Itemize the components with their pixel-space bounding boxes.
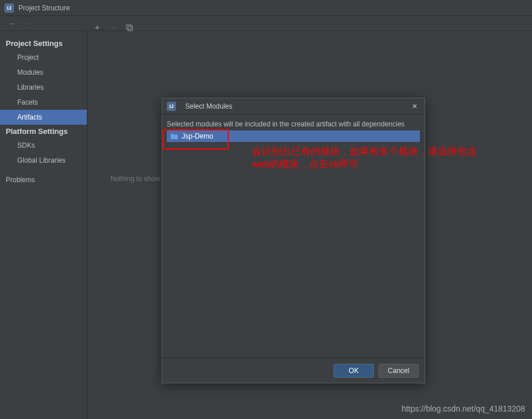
- section-header-platform-settings: Platform Settings: [0, 125, 87, 138]
- artifact-toolbar: ＋ －: [92, 21, 135, 34]
- sidebar-item-sdks[interactable]: SDKs: [0, 138, 87, 153]
- sidebar-item-problems[interactable]: Problems: [0, 172, 87, 187]
- titlebar: IJ Project Structure: [0, 0, 532, 16]
- svg-rect-0: [127, 25, 131, 29]
- nothing-to-show-label: Nothing to show: [110, 175, 160, 183]
- close-icon[interactable]: ✕: [409, 101, 420, 112]
- list-item[interactable]: Jsp-Demo: [167, 130, 420, 142]
- app-icon: IJ: [5, 3, 14, 13]
- dialog-footer: OK Cancel: [162, 358, 424, 383]
- project-structure-window: IJ Project Structure ← → Project Setting…: [0, 0, 532, 419]
- sidebar-item-libraries[interactable]: Libraries: [0, 80, 87, 95]
- back-arrow-icon[interactable]: ←: [6, 18, 18, 29]
- remove-icon[interactable]: －: [108, 22, 118, 33]
- sidebar-item-facets[interactable]: Facets: [0, 95, 87, 110]
- sidebar: Project Settings Project Modules Librari…: [0, 31, 87, 419]
- module-folder-icon: [170, 132, 178, 140]
- add-icon[interactable]: ＋: [92, 22, 102, 33]
- section-header-project-settings: Project Settings: [0, 37, 87, 50]
- dialog-hint: Selected modules will be included in the…: [167, 119, 420, 130]
- dialog-titlebar: IJ Select Modules ✕: [162, 98, 424, 114]
- copy-icon[interactable]: [124, 22, 135, 33]
- forward-arrow-icon[interactable]: →: [18, 18, 31, 29]
- ok-button[interactable]: OK: [334, 364, 374, 378]
- watermark: https://blog.csdn.net/qq_41813208: [401, 404, 525, 413]
- sidebar-item-modules[interactable]: Modules: [0, 65, 87, 80]
- module-label: Jsp-Demo: [182, 132, 213, 140]
- nav-row: ← →: [0, 16, 532, 31]
- dialog-title: Select Modules: [185, 102, 409, 110]
- sidebar-item-artifacts[interactable]: Artifacts: [0, 110, 87, 125]
- sidebar-item-project[interactable]: Project: [0, 50, 87, 65]
- svg-rect-1: [128, 26, 133, 31]
- window-title: Project Structure: [18, 4, 70, 12]
- dialog-body: Selected modules will be included in the…: [162, 114, 424, 358]
- cancel-button[interactable]: Cancel: [378, 364, 419, 378]
- dialog-app-icon: IJ: [167, 102, 176, 111]
- select-modules-dialog: IJ Select Modules ✕ Selected modules wil…: [162, 98, 425, 383]
- module-list[interactable]: Jsp-Demo: [167, 130, 420, 358]
- sidebar-item-global-libraries[interactable]: Global Libraries: [0, 153, 87, 168]
